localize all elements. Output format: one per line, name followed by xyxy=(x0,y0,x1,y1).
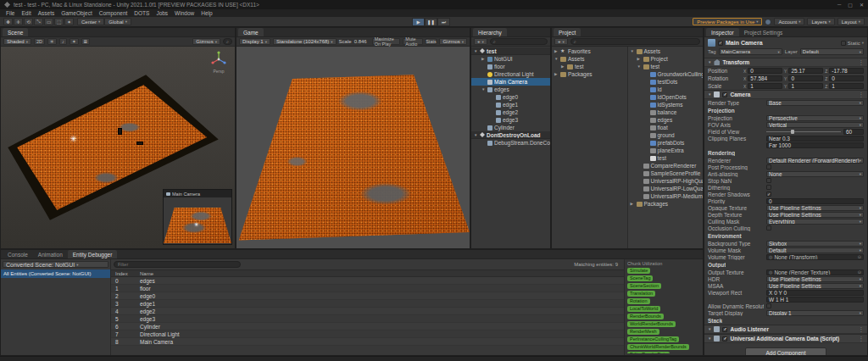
mute-audio-toggle[interactable]: Mute Audio xyxy=(403,38,422,45)
property-field[interactable]: 0 xyxy=(766,198,864,204)
asset-item[interactable]: ldOpenDots xyxy=(628,93,704,101)
shading-mode-dropdown[interactable]: Shaded xyxy=(3,38,31,45)
pivot-dropdown[interactable]: Center xyxy=(77,18,104,25)
minimize-button[interactable]: ─ xyxy=(837,2,841,8)
y-field[interactable]: 1 xyxy=(788,83,823,89)
property-checkbox[interactable] xyxy=(766,192,771,197)
property-checkbox[interactable] xyxy=(766,164,771,169)
bottom-tab[interactable]: Console xyxy=(3,250,33,258)
tab-project[interactable]: Project xyxy=(554,28,581,36)
y-field[interactable]: 0 xyxy=(788,75,823,81)
asset-item[interactable]: float xyxy=(628,124,704,131)
inspector-tab[interactable]: Project Settings xyxy=(739,28,788,36)
entity-row[interactable]: 5 edge3 xyxy=(111,315,624,323)
scene-grid-icon[interactable]: ⊞ xyxy=(81,38,91,45)
entity-filter-input[interactable] xyxy=(114,261,241,268)
menu-item[interactable]: Jobs xyxy=(153,10,171,16)
hierarchy-item[interactable]: ▼ edges xyxy=(471,86,550,93)
menu-item[interactable]: Component xyxy=(96,10,131,16)
resolution-dropdown[interactable]: Standalone (1024x768) xyxy=(273,38,337,45)
menu-item[interactable]: Edit xyxy=(18,10,34,16)
entity-row[interactable]: 0 edges xyxy=(111,277,624,285)
hierarchy-item[interactable]: floor xyxy=(471,63,550,70)
component-chip[interactable]: Rotation xyxy=(627,298,650,305)
play-button[interactable]: ▶ xyxy=(412,18,425,26)
component-enabled-checkbox[interactable] xyxy=(722,327,727,332)
property-field[interactable]: X 0 Y 0 xyxy=(766,290,864,296)
slider-thumb[interactable] xyxy=(791,130,794,134)
display-dropdown[interactable]: Display 1 xyxy=(239,38,270,45)
active-checkbox[interactable] xyxy=(718,41,723,46)
tool-button[interactable]: ✥ xyxy=(3,18,13,25)
property-dropdown[interactable]: Everything xyxy=(766,219,864,225)
property-field[interactable]: Near 0.3 xyxy=(766,136,864,142)
expand-arrow-icon[interactable]: ▼ xyxy=(481,87,486,92)
hierarchy-add-dropdown[interactable]: + xyxy=(474,38,487,45)
entity-row[interactable]: 1 floor xyxy=(111,285,624,292)
x-field[interactable]: 1 xyxy=(748,83,782,89)
expand-arrow-icon[interactable]: ▼ xyxy=(637,64,642,69)
component-chip[interactable]: SceneSection xyxy=(627,283,661,290)
hierarchy-item[interactable]: edge1 xyxy=(471,101,550,108)
static-toggle[interactable]: Static xyxy=(841,41,864,46)
menu-item[interactable]: Assets xyxy=(35,10,58,16)
property-object-field[interactable]: None (Render Texture) xyxy=(766,269,864,275)
property-dropdown[interactable]: Use Pipeline Settings xyxy=(766,212,864,218)
property-dropdown[interactable]: Perspective xyxy=(766,115,864,121)
tab-scene[interactable]: Scene xyxy=(3,28,28,36)
projection-label[interactable]: Persp xyxy=(209,69,228,74)
index-column-header[interactable]: Index xyxy=(111,271,140,276)
asset-item[interactable]: prefabDots xyxy=(628,139,704,147)
asset-item[interactable]: planeExtra xyxy=(628,147,704,154)
menu-item[interactable]: Help xyxy=(198,10,215,16)
y-field[interactable]: 25.17 xyxy=(788,68,823,74)
scene-lighting-icon[interactable]: ☀ xyxy=(47,38,57,45)
component-chip[interactable]: Simulate xyxy=(627,268,650,275)
property-dropdown[interactable]: Display 1 xyxy=(766,310,864,316)
project-folder-item[interactable]: ▼ Assets xyxy=(552,55,627,63)
asset-item[interactable]: UniversalRP-MediumQuality xyxy=(628,192,704,200)
asset-item[interactable]: UniversalRP-HighQuality xyxy=(628,177,704,185)
scene-audio-icon[interactable]: ♪ xyxy=(59,38,67,45)
property-dropdown[interactable]: Skybox xyxy=(766,241,864,247)
asset-item[interactable]: testDots xyxy=(628,78,704,86)
expand-arrow-icon[interactable]: ▶ xyxy=(631,202,635,206)
camera-component-header[interactable]: Camera xyxy=(704,90,867,99)
component-header[interactable]: Audio Listener xyxy=(704,325,867,334)
hierarchy-item[interactable]: Cylinder xyxy=(471,124,550,131)
asset-item[interactable]: UniversalRP-LowQuality xyxy=(628,185,704,192)
hierarchy-item[interactable]: Directional Light xyxy=(471,70,550,78)
project-folder-item[interactable]: ▶ Favorites xyxy=(552,47,627,55)
axis-dropdown[interactable]: Global xyxy=(104,18,131,25)
menu-item[interactable]: GameObject xyxy=(58,10,96,16)
z-field[interactable]: 1 xyxy=(829,83,864,89)
component-chip[interactable]: WorldRenderBounds xyxy=(627,321,676,328)
expand-arrow-icon[interactable]: ▶ xyxy=(637,57,642,61)
asset-item[interactable]: ▼ Assets xyxy=(628,47,704,55)
component-enabled-checkbox[interactable] xyxy=(722,336,727,342)
x-field[interactable]: 0 xyxy=(748,68,782,74)
menu-item[interactable]: DOTS xyxy=(131,10,153,16)
expand-arrow-icon[interactable]: ▶ xyxy=(481,57,486,61)
layout-dropdown[interactable]: Layout xyxy=(837,18,865,25)
property-dropdown[interactable]: Default xyxy=(766,247,864,253)
menu-item[interactable]: File xyxy=(3,10,18,16)
entity-row[interactable]: 2 edge0 xyxy=(111,292,624,300)
x-field[interactable]: 57.584 xyxy=(748,75,782,81)
entity-row[interactable]: 8 Main Camera xyxy=(111,338,624,346)
scene-fx-icon[interactable]: ✦ xyxy=(70,38,79,45)
all-entities-item[interactable]: All Entities (Converted Scene: NotGUI) xyxy=(1,269,110,278)
component-chip[interactable]: RenderBounds xyxy=(627,314,664,320)
component-header[interactable]: Universal Additional Camera Data (Script… xyxy=(704,334,867,343)
asset-item[interactable]: ▶ Packages xyxy=(628,200,704,208)
static-checkbox[interactable] xyxy=(841,41,846,46)
component-chip[interactable]: ChunkWorldRenderBounds xyxy=(627,344,689,351)
asset-item[interactable]: test xyxy=(628,154,704,162)
gameobject-name[interactable]: Main Camera xyxy=(726,40,763,46)
property-slider[interactable]: 60 xyxy=(766,129,864,135)
expand-arrow-icon[interactable]: ▼ xyxy=(554,57,559,61)
asset-item[interactable]: edges xyxy=(628,116,704,124)
property-checkbox[interactable] xyxy=(766,185,771,190)
tool-button[interactable]: ⤡ xyxy=(34,18,43,25)
game-gizmos-dropdown[interactable]: Gizmos xyxy=(439,38,467,45)
